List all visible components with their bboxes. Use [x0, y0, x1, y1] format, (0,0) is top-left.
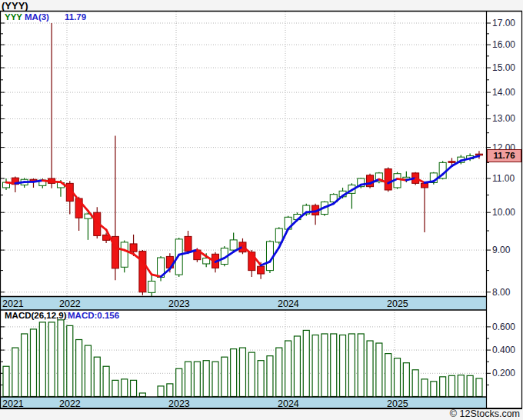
svg-text:2025: 2025: [387, 398, 408, 409]
legend-ma-label: MA(3): [25, 13, 49, 22]
copyright-watermark: © 12Stocks.com: [400, 409, 520, 419]
svg-text:10.00: 10.00: [492, 207, 515, 218]
svg-text:9.00: 9.00: [492, 245, 511, 255]
svg-text:8.00: 8.00: [492, 287, 511, 298]
svg-text:2024: 2024: [278, 298, 299, 309]
svg-text:13.00: 13.00: [492, 113, 515, 124]
legend-ma-value: 11.79: [65, 13, 86, 22]
svg-text:0.400: 0.400: [492, 345, 515, 355]
svg-text:2023: 2023: [168, 298, 190, 309]
macd-legend-value: MACD:0.156: [68, 312, 119, 321]
svg-text:14.00: 14.00: [492, 87, 515, 98]
page-title: (YYY): [2, 1, 28, 11]
chart-canvas: 8.009.0010.0011.0012.0013.0014.0015.0016…: [0, 0, 523, 420]
last-price-marker: 11.76: [487, 149, 521, 162]
macd-legend-label: MACD(26,12,9): [5, 312, 67, 321]
svg-text:2021: 2021: [2, 298, 24, 309]
legend-symbol: YYY: [5, 13, 22, 22]
svg-text:2021: 2021: [2, 398, 24, 409]
svg-text:15.00: 15.00: [492, 62, 515, 73]
svg-text:2023: 2023: [168, 398, 190, 409]
svg-text:0.600: 0.600: [492, 322, 515, 332]
svg-text:2022: 2022: [59, 298, 81, 309]
svg-text:2022: 2022: [59, 398, 81, 409]
stock-chart-page: 8.009.0010.0011.0012.0013.0014.0015.0016…: [0, 0, 523, 420]
svg-text:11.00: 11.00: [492, 173, 515, 184]
svg-text:17.00: 17.00: [492, 18, 515, 28]
svg-text:0.200: 0.200: [492, 368, 515, 378]
svg-text:16.00: 16.00: [492, 39, 515, 50]
svg-text:2024: 2024: [278, 398, 299, 409]
svg-text:2025: 2025: [387, 298, 408, 309]
